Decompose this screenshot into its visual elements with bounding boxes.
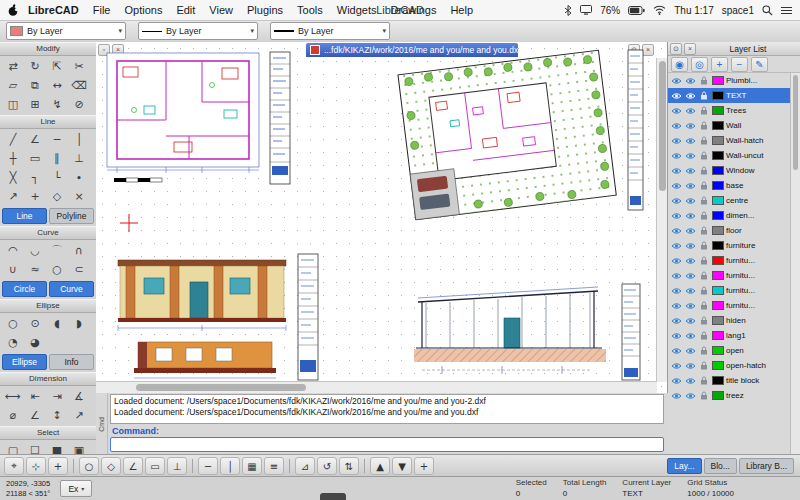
layer-lock-icon[interactable] <box>698 346 710 355</box>
spotlight-icon[interactable] <box>762 5 773 16</box>
dock-tab-circle[interactable]: Circle <box>2 281 47 297</box>
layer-color-swatch[interactable] <box>712 211 724 220</box>
menu-plugins[interactable]: Plugins <box>240 4 290 16</box>
tool-ellipse-1[interactable]: ○ <box>2 314 24 333</box>
layer-name[interactable]: furniture <box>726 241 774 250</box>
layer-print-icon[interactable] <box>684 347 696 355</box>
layer-name[interactable]: open <box>726 346 774 355</box>
tool-curve-2[interactable]: ◡ <box>24 241 46 260</box>
move-up-icon[interactable]: ▲ <box>370 457 390 475</box>
tool-modify-6[interactable]: ⧉ <box>24 76 46 95</box>
tool-line-6[interactable]: ▭ <box>24 149 46 168</box>
layer-color-swatch[interactable] <box>712 286 724 295</box>
layer-row-furnitu[interactable]: furnitu... <box>668 283 791 298</box>
move-down-icon[interactable]: ▼ <box>392 457 412 475</box>
layer-color-swatch[interactable] <box>712 196 724 205</box>
layer-name[interactable]: Plumbi... <box>726 76 774 85</box>
layer-print-icon[interactable] <box>684 317 696 325</box>
tool-line-13[interactable]: ↗ <box>2 187 24 206</box>
snap-middle-icon[interactable]: ◇ <box>101 457 121 475</box>
tool-curve-6[interactable]: ≈ <box>24 260 46 279</box>
order-icon[interactable]: ⇅ <box>339 457 359 475</box>
tool-modify-8[interactable]: ⌫ <box>68 76 90 95</box>
tool-modify-7[interactable]: ↔ <box>46 76 68 95</box>
layer-row-furnitu[interactable]: furnitu... <box>668 253 791 268</box>
layer-visible-icon[interactable] <box>670 152 682 160</box>
tool-curve-8[interactable]: ⊂ <box>68 260 90 279</box>
tool-select-3[interactable]: ■ <box>46 441 68 455</box>
layer-color-swatch[interactable] <box>712 181 724 190</box>
tool-dimension-2[interactable]: ⇤ <box>24 387 46 406</box>
tool-select-2[interactable]: ☐ <box>24 441 46 455</box>
restrict-vertical-icon[interactable]: │ <box>220 457 240 475</box>
command-dock-tab[interactable]: Cmd <box>96 393 108 455</box>
tool-line-4[interactable]: │ <box>68 130 90 149</box>
layer-visible-icon[interactable] <box>670 362 682 370</box>
layer-print-icon[interactable] <box>684 182 696 190</box>
layer-name[interactable]: furnitu... <box>726 271 774 280</box>
tool-modify-5[interactable]: ▱ <box>2 76 24 95</box>
layer-lock-icon[interactable] <box>698 391 710 400</box>
layer-lock-icon[interactable] <box>698 106 710 115</box>
layer-color-swatch[interactable] <box>712 361 724 370</box>
menu-options[interactable]: Options <box>117 4 169 16</box>
layer-row-hiden[interactable]: hiden <box>668 313 791 328</box>
layer-row-lang1[interactable]: lang1 <box>668 328 791 343</box>
tool-line-14[interactable]: + <box>24 187 46 206</box>
angle-reference-icon[interactable]: ⊿ <box>295 457 315 475</box>
snap-angle-icon[interactable]: ∠ <box>123 457 143 475</box>
grid-toggle-icon[interactable]: ▦ <box>242 457 262 475</box>
show-all-layers-button[interactable]: ◉ <box>671 57 688 72</box>
layer-name[interactable]: Trees <box>726 106 774 115</box>
snap-entity-icon[interactable]: ▭ <box>145 457 165 475</box>
layer-print-icon[interactable] <box>684 272 696 280</box>
snap-center-icon[interactable]: ○ <box>79 457 99 475</box>
layer-visible-icon[interactable] <box>670 77 682 85</box>
layer-name[interactable]: Wall-uncut <box>726 151 774 160</box>
tool-modify-4[interactable]: ✂ <box>68 57 90 76</box>
layer-print-icon[interactable] <box>684 377 696 385</box>
layer-color-swatch[interactable] <box>712 166 724 175</box>
menu-edit[interactable]: Edit <box>169 4 202 16</box>
undo-icon[interactable]: ↺ <box>317 457 337 475</box>
layer-lock-icon[interactable] <box>698 331 710 340</box>
layer-print-icon[interactable] <box>684 197 696 205</box>
menubar-clock[interactable]: Thu 1:17 <box>674 5 713 16</box>
menu-librecad[interactable]: LibreCAD <box>21 4 86 16</box>
tool-modify-3[interactable]: ⇱ <box>46 57 68 76</box>
layer-row-wall-uncut[interactable]: Wall-uncut <box>668 148 791 163</box>
layer-lock-icon[interactable] <box>698 136 710 145</box>
tool-dimension-6[interactable]: ∠ <box>24 406 46 425</box>
command-history[interactable]: Loaded document: /Users/space1/Documents… <box>110 394 664 424</box>
layer-name[interactable]: open-hatch <box>726 361 774 370</box>
layer-lock-icon[interactable] <box>698 211 710 220</box>
layer-print-icon[interactable] <box>684 167 696 175</box>
layer-name[interactable]: furnitu... <box>726 286 774 295</box>
line-width-combo[interactable]: By Layer▾ <box>138 22 258 40</box>
tool-dimension-5[interactable]: ⌀ <box>2 406 24 425</box>
tool-modify-1[interactable]: ⇄ <box>2 57 24 76</box>
layer-print-icon[interactable] <box>684 212 696 220</box>
tool-line-11[interactable]: └ <box>46 168 68 187</box>
layer-row-treez[interactable]: treez <box>668 388 791 403</box>
close-panel-icon[interactable]: × <box>684 43 696 55</box>
layer-lock-icon[interactable] <box>698 361 710 370</box>
layer-name[interactable]: lang1 <box>726 331 774 340</box>
tool-select-1[interactable]: ▢ <box>2 441 24 455</box>
layer-lock-icon[interactable] <box>698 286 710 295</box>
layer-row-base[interactable]: base <box>668 178 791 193</box>
layer-row-open[interactable]: open <box>668 343 791 358</box>
layer-print-icon[interactable] <box>684 107 696 115</box>
tool-ellipse-4[interactable]: ◗ <box>68 314 90 333</box>
tool-dimension-8[interactable]: ↗ <box>68 406 90 425</box>
dock-tab-lay[interactable]: Lay... <box>667 458 701 474</box>
layer-name[interactable]: Wall-hatch <box>726 136 774 145</box>
layer-visible-icon[interactable] <box>670 377 682 385</box>
restrict-horizontal-icon[interactable]: ─ <box>198 457 218 475</box>
menu-view[interactable]: View <box>202 4 240 16</box>
layer-visible-icon[interactable] <box>670 347 682 355</box>
layer-visible-icon[interactable] <box>670 137 682 145</box>
layer-lock-icon[interactable] <box>698 166 710 175</box>
layer-lock-icon[interactable] <box>698 196 710 205</box>
layer-name[interactable]: treez <box>726 391 774 400</box>
